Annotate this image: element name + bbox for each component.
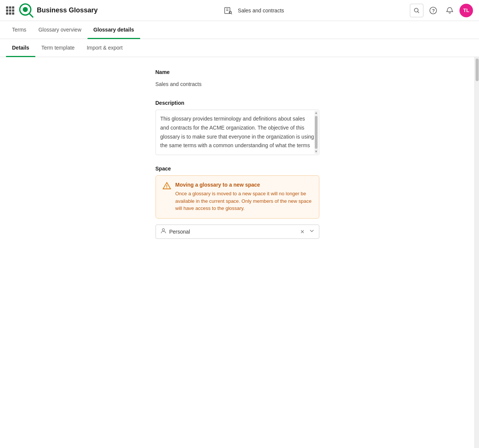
content-scroll-area[interactable]: Name Sales and contracts Description Thi… (0, 57, 474, 448)
topbar-actions: ? TL (410, 4, 473, 17)
scroll-down-btn[interactable]: ▼ (314, 149, 319, 154)
warning-text: Once a glossary is moved to a new space … (175, 190, 312, 212)
space-select-clear-btn[interactable]: ✕ (299, 229, 306, 235)
svg-text:?: ? (432, 8, 435, 14)
name-value: Sales and contracts (156, 79, 319, 89)
name-label: Name (156, 69, 319, 75)
user-avatar[interactable]: TL (459, 4, 473, 17)
search-button[interactable] (410, 4, 423, 17)
tab-glossary-overview[interactable]: Glossary overview (32, 21, 87, 39)
description-field-group: Description This glossary provides termi… (156, 100, 319, 155)
warning-content: Moving a glossary to a new space Once a … (175, 182, 312, 212)
space-field-group: Space Moving a glossary to a new space O… (156, 166, 319, 239)
svg-point-13 (166, 187, 167, 188)
space-select-chevron (309, 228, 314, 235)
space-selector[interactable]: Personal ✕ (156, 225, 319, 239)
svg-point-1 (23, 7, 28, 12)
scroll-thumb (315, 116, 317, 149)
form-section: Name Sales and contracts Description Thi… (144, 69, 331, 239)
name-field-group: Name Sales and contracts (156, 69, 319, 89)
description-scrollbar[interactable]: ▲ ▼ (314, 111, 318, 154)
warning-title: Moving a glossary to a new space (175, 182, 312, 188)
main-content: Name Sales and contracts Description Thi… (0, 57, 479, 448)
tab-terms[interactable]: Terms (6, 21, 32, 39)
person-icon (160, 228, 166, 235)
tab-term-template[interactable]: Term template (35, 39, 81, 57)
app-title: Business Glossary (37, 6, 98, 14)
description-text: This glossary provides terminology and d… (160, 116, 314, 148)
page-scrollbar[interactable] (474, 57, 479, 448)
tab-import-export[interactable]: Import & export (81, 39, 129, 57)
warning-icon (163, 182, 171, 190)
primary-nav: Terms Glossary overview Glossary details (0, 21, 479, 39)
svg-line-9 (418, 12, 419, 13)
help-button[interactable]: ? (426, 4, 440, 17)
glossary-icon-area: Sales and contracts (224, 6, 284, 15)
description-label: Description (156, 100, 319, 106)
topbar: Business Glossary Sales and contracts ? … (0, 0, 479, 21)
notifications-button[interactable] (443, 4, 456, 17)
page-scrollbar-thumb (476, 59, 479, 81)
svg-point-14 (162, 229, 165, 231)
secondary-nav: Details Term template Import & export (0, 39, 479, 57)
svg-line-7 (231, 13, 232, 14)
qlik-logo[interactable]: Business Glossary (19, 3, 98, 18)
warning-box: Moving a glossary to a new space Once a … (156, 175, 319, 219)
description-box[interactable]: This glossary provides terminology and d… (156, 110, 319, 155)
glossary-name-label: Sales and contracts (238, 8, 284, 14)
tab-details[interactable]: Details (6, 39, 35, 57)
scroll-up-btn[interactable]: ▲ (314, 111, 319, 115)
svg-line-2 (29, 14, 33, 17)
tab-glossary-details[interactable]: Glossary details (88, 21, 140, 39)
space-select-value: Personal (169, 229, 296, 235)
space-label: Space (156, 166, 319, 172)
grid-menu-icon[interactable] (6, 6, 14, 15)
